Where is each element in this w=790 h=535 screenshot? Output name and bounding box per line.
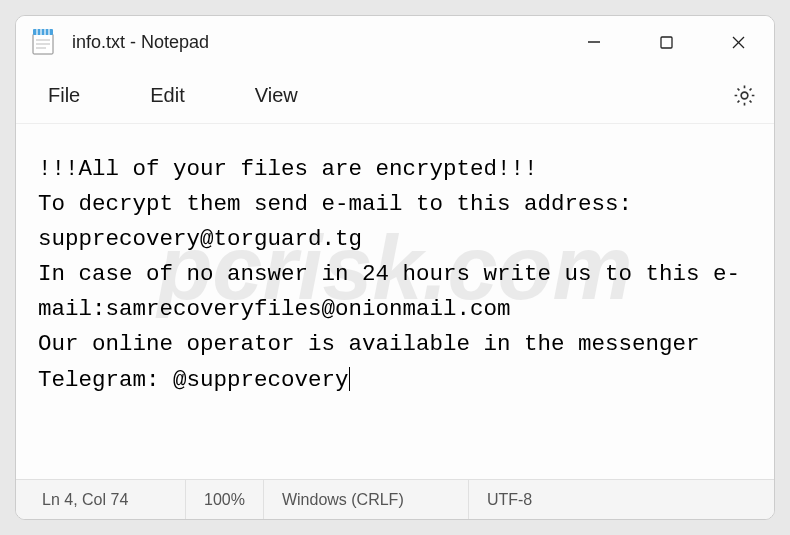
svg-rect-10: [661, 37, 672, 48]
menu-view[interactable]: View: [243, 76, 310, 115]
maximize-button[interactable]: [630, 16, 702, 68]
settings-button[interactable]: [724, 76, 764, 116]
notepad-icon: [30, 29, 56, 55]
status-encoding: UTF-8: [469, 480, 550, 519]
window-controls: [558, 16, 774, 68]
menu-file[interactable]: File: [36, 76, 92, 115]
svg-point-13: [741, 92, 748, 99]
text-caret: [349, 367, 350, 391]
text-editor-content[interactable]: !!!All of your files are encrypted!!! To…: [16, 124, 774, 479]
status-position: Ln 4, Col 74: [16, 480, 186, 519]
minimize-button[interactable]: [558, 16, 630, 68]
document-text: !!!All of your files are encrypted!!! To…: [38, 156, 740, 393]
status-line-ending: Windows (CRLF): [264, 480, 469, 519]
close-button[interactable]: [702, 16, 774, 68]
svg-rect-1: [33, 29, 53, 35]
window-title: info.txt - Notepad: [72, 32, 209, 53]
menu-edit[interactable]: Edit: [138, 76, 196, 115]
titlebar[interactable]: info.txt - Notepad: [16, 16, 774, 68]
status-zoom[interactable]: 100%: [186, 480, 264, 519]
statusbar: Ln 4, Col 74 100% Windows (CRLF) UTF-8: [16, 479, 774, 519]
menubar: File Edit View: [16, 68, 774, 124]
notepad-window: info.txt - Notepad File Edit View !!!All…: [15, 15, 775, 520]
